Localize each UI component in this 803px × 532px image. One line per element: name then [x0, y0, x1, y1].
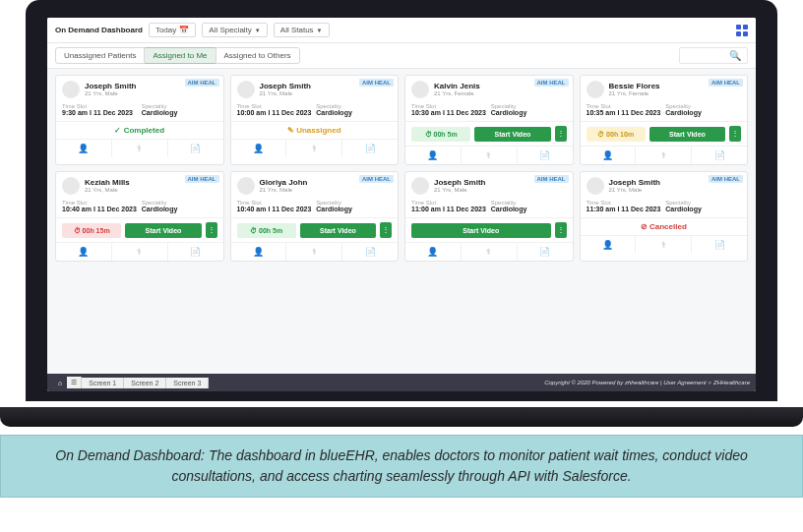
wait-timer: 00h 15m — [62, 223, 121, 238]
more-button[interactable]: ⋮ — [555, 126, 567, 142]
app-screen: On Demand Dashboard Today 📅 All Specialt… — [47, 18, 756, 391]
speciality-value: Cardiology — [665, 109, 741, 116]
timeslot-value: 10:40 am I 11 Dec 2023 — [237, 206, 313, 212]
start-video-button[interactable]: Start Video — [649, 127, 725, 142]
avatar — [411, 177, 429, 195]
patient-icon[interactable]: 👤 — [581, 147, 637, 164]
page-title: On Demand Dashboard — [55, 26, 143, 34]
timeslot-value: 10:00 am I 11 Dec 2023 — [237, 109, 313, 116]
appointment-card: Joseph Smith21 Yrs, Male AIM HEAL Time S… — [580, 171, 749, 262]
provider-badge: AIM HEAL — [534, 175, 569, 183]
wait-timer: 00h 5m — [411, 127, 470, 142]
more-button[interactable]: ⋮ — [729, 126, 741, 142]
speciality-value: Cardiology — [142, 206, 217, 212]
patient-name: Keziah Mills — [85, 179, 130, 188]
cards-grid: Joseph Smith21 Yrs, Male AIM HEAL Time S… — [47, 69, 756, 374]
document-icon[interactable]: 📄 — [518, 147, 573, 164]
speciality-value: Cardiology — [142, 109, 217, 116]
avatar — [587, 81, 604, 98]
appointment-card: Gloriya John21 Yrs, Male AIM HEAL Time S… — [230, 171, 400, 262]
document-icon[interactable]: 📄 — [342, 140, 398, 157]
screen-tab-3[interactable]: Screen 3 — [166, 378, 209, 388]
tab-unassigned[interactable]: Unassigned Patients — [55, 47, 145, 64]
avatar — [62, 81, 80, 98]
start-video-button[interactable]: Start Video — [125, 223, 201, 238]
status-unassigned: Unassigned — [287, 126, 341, 135]
chevron-down-icon: ▼ — [317, 28, 323, 33]
date-filter[interactable]: Today 📅 — [149, 23, 196, 37]
patient-icon[interactable]: 👤 — [231, 243, 287, 261]
stethoscope-icon[interactable]: ⚕ — [636, 147, 692, 164]
tab-assigned-me[interactable]: Assigned to Me — [145, 47, 215, 64]
start-video-button[interactable]: Start Video — [411, 223, 551, 238]
speciality-value: Cardiology — [665, 206, 741, 212]
patient-name: Joseph Smith — [85, 83, 136, 91]
stethoscope-icon[interactable]: ⚕ — [462, 243, 518, 261]
document-icon[interactable]: 📄 — [518, 243, 573, 261]
patient-sub: 21 Yrs, Male — [609, 187, 660, 193]
patient-sub: 21 Yrs, Female — [434, 90, 480, 96]
appointment-card: Joseph Smith21 Yrs, Male AIM HEAL Time S… — [55, 75, 224, 165]
status-filter[interactable]: All Status ▼ — [274, 23, 330, 37]
copyright-text: Copyright © 2020 Powered by zhhealthcare… — [544, 380, 750, 385]
stethoscope-icon[interactable]: ⚕ — [112, 243, 168, 261]
stethoscope-icon[interactable]: ⚕ — [286, 243, 342, 261]
patient-icon[interactable]: 👤 — [231, 140, 287, 157]
stethoscope-icon[interactable]: ⚕ — [462, 147, 518, 164]
appointment-card: Joseph Smith21 Yrs, Male AIM HEAL Time S… — [404, 171, 574, 262]
patient-icon[interactable]: 👤 — [581, 236, 637, 254]
patient-sub: 21 Yrs, Male — [260, 90, 311, 96]
patient-icon[interactable]: 👤 — [56, 243, 112, 261]
patient-name: Joseph Smith — [609, 179, 660, 188]
patient-sub: 21 Yrs, Male — [434, 187, 485, 193]
timeslot-value: 11:30 am I 11 Dec 2023 — [587, 206, 662, 212]
specialty-filter[interactable]: All Specialty ▼ — [202, 23, 268, 37]
patient-sub: 21 Yrs, Male — [85, 187, 130, 193]
more-button[interactable]: ⋮ — [206, 222, 217, 238]
more-button[interactable]: ⋮ — [555, 222, 567, 238]
timeslot-value: 10:40 am I 11 Dec 2023 — [62, 206, 138, 212]
avatar — [62, 177, 80, 195]
menu-icon[interactable]: ☰ — [67, 377, 82, 388]
document-icon[interactable]: 📄 — [342, 243, 398, 261]
patient-name: Kalvin Jenis — [434, 83, 480, 91]
appointment-card: Keziah Mills21 Yrs, Male AIM HEAL Time S… — [55, 171, 224, 262]
bottom-bar: ⌂ ☰ Screen 1 Screen 2 Screen 3 Copyright… — [47, 374, 756, 391]
screen-tab-1[interactable]: Screen 1 — [82, 378, 124, 388]
document-icon[interactable]: 📄 — [168, 140, 223, 157]
calendar-icon: 📅 — [179, 26, 189, 34]
more-button[interactable]: ⋮ — [380, 222, 392, 238]
status-completed: Completed — [114, 126, 164, 135]
start-video-button[interactable]: Start Video — [474, 127, 550, 142]
stethoscope-icon[interactable]: ⚕ — [286, 140, 342, 157]
patient-icon[interactable]: 👤 — [405, 243, 462, 261]
search-input[interactable]: 🔍 — [679, 47, 748, 64]
speciality-value: Cardiology — [491, 206, 567, 212]
tab-assigned-others[interactable]: Assigned to Others — [216, 47, 300, 64]
provider-badge: AIM HEAL — [359, 79, 394, 87]
start-video-button[interactable]: Start Video — [300, 223, 376, 238]
patient-icon[interactable]: 👤 — [405, 147, 462, 164]
screen-tab-2[interactable]: Screen 2 — [124, 378, 166, 388]
document-icon[interactable]: 📄 — [168, 243, 223, 261]
avatar — [587, 177, 604, 195]
stethoscope-icon[interactable]: ⚕ — [112, 140, 168, 157]
status-cancelled: Cancelled — [641, 222, 687, 231]
appointment-card: Bessie Flores21 Yrs, Female AIM HEAL Tim… — [580, 75, 749, 165]
tabs-row: Unassigned Patients Assigned to Me Assig… — [47, 43, 756, 69]
document-icon[interactable]: 📄 — [692, 236, 747, 254]
speciality-value: Cardiology — [491, 109, 567, 116]
avatar — [237, 177, 255, 195]
apps-icon[interactable] — [736, 25, 748, 36]
patient-sub: 21 Yrs, Male — [260, 187, 308, 193]
wait-timer: 00h 5m — [237, 223, 296, 238]
provider-badge: AIM HEAL — [709, 175, 743, 183]
timeslot-value: 10:30 am I 11 Dec 2023 — [411, 109, 487, 116]
patient-sub: 21 Yrs, Female — [609, 90, 660, 96]
document-icon[interactable]: 📄 — [692, 147, 747, 164]
home-icon[interactable]: ⌂ — [53, 378, 67, 388]
speciality-value: Cardiology — [316, 109, 392, 116]
patient-icon[interactable]: 👤 — [56, 140, 112, 157]
patient-sub: 21 Yrs, Male — [85, 90, 136, 96]
stethoscope-icon[interactable]: ⚕ — [636, 236, 692, 254]
